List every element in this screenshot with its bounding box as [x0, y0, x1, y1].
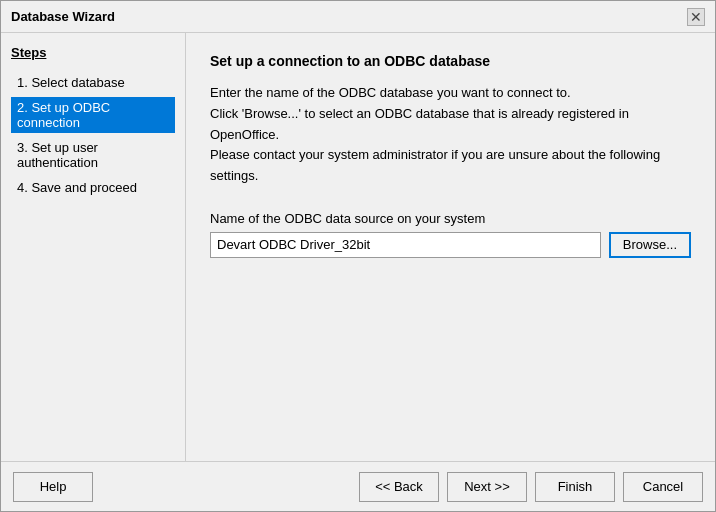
sidebar-item-step4[interactable]: 4. Save and proceed [11, 177, 175, 198]
cancel-button[interactable]: Cancel [623, 472, 703, 502]
sidebar-item-step2[interactable]: 2. Set up ODBC connection [11, 97, 175, 133]
cancel-label: Cancel [643, 479, 683, 494]
description: Enter the name of the ODBC database you … [210, 83, 691, 187]
description-line1: Enter the name of the ODBC database you … [210, 85, 571, 100]
close-button[interactable]: ✕ [687, 8, 705, 26]
finish-button[interactable]: Finish [535, 472, 615, 502]
bottom-bar: Help << Back Next >> Finish Cancel [1, 461, 715, 511]
finish-label: Finish [558, 479, 593, 494]
back-button[interactable]: << Back [359, 472, 439, 502]
back-label: << Back [375, 479, 423, 494]
content-area: Steps 1. Select database 2. Set up ODBC … [1, 33, 715, 461]
odbc-source-input[interactable] [210, 232, 601, 258]
browse-button[interactable]: Browse... [609, 232, 691, 258]
sidebar: Steps 1. Select database 2. Set up ODBC … [1, 33, 186, 461]
main-title: Set up a connection to an ODBC database [210, 53, 691, 69]
database-wizard-window: Database Wizard ✕ Steps 1. Select databa… [0, 0, 716, 512]
description-line3: Please contact your system administrator… [210, 147, 660, 183]
sidebar-heading: Steps [11, 45, 175, 60]
field-row: Browse... [210, 232, 691, 258]
sidebar-item-step1[interactable]: 1. Select database [11, 72, 175, 93]
help-button[interactable]: Help [13, 472, 93, 502]
help-label: Help [40, 479, 67, 494]
sidebar-item-step3[interactable]: 3. Set up user authentication [11, 137, 175, 173]
next-button[interactable]: Next >> [447, 472, 527, 502]
field-label: Name of the ODBC data source on your sys… [210, 211, 691, 226]
next-label: Next >> [464, 479, 510, 494]
title-bar: Database Wizard ✕ [1, 1, 715, 33]
main-panel: Set up a connection to an ODBC database … [186, 33, 715, 461]
window-title: Database Wizard [11, 9, 115, 24]
description-line2: Click 'Browse...' to select an ODBC data… [210, 106, 629, 142]
